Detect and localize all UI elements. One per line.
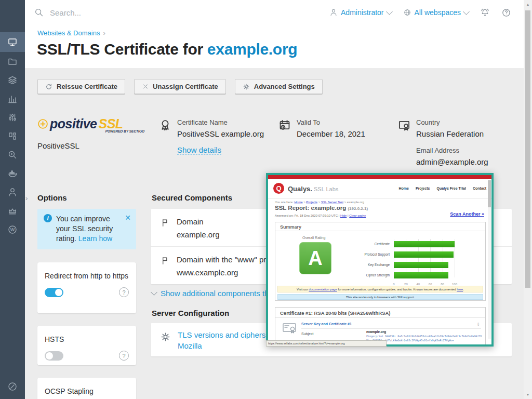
sidebar-item-docker[interactable] [0,164,25,183]
bar-chart-icon [7,94,18,104]
nav-projects[interactable]: Projects [416,187,430,190]
crown-icon [7,206,18,216]
page-scrollbar[interactable]: ▲ ▼ [524,0,532,399]
divider [301,328,481,329]
scroll-down-arrow[interactable]: ▼ [524,393,532,396]
sidebar-item-feedback[interactable] [0,377,25,396]
hsts-label: HSTS [45,334,129,344]
refresh-icon [45,83,52,90]
scan-another-link[interactable]: Scan Another » [450,211,484,217]
folder-icon [7,56,18,66]
bar-protocol-support [394,251,454,258]
overlay-scrollbar-thumb[interactable] [488,180,491,207]
notifications-bell-icon[interactable] [480,8,490,18]
help-circle-icon[interactable]: ? [119,351,129,361]
user-icon [7,187,18,197]
secured-components-heading: Secured Components [152,193,232,202]
qualys-brand: Qualys.SSL Labs [288,185,338,193]
fingerprint-sha256: Fingerprint SHA256: 8a7c3e91f0b2d4655dce… [366,335,482,338]
globe-icon [403,8,411,17]
advanced-settings-button[interactable]: Advanced Settings [235,79,323,94]
qualys-breadcrumb: You are here: Home > Projects > SSL Serv… [275,201,364,204]
show-details-link[interactable]: Show details [177,145,221,155]
nav-home[interactable]: Home [398,187,408,190]
country-value: Russian Federation [416,129,509,138]
clear-cache-link[interactable]: Clear cache [349,214,366,217]
redirect-https-toggle[interactable] [45,288,63,297]
bar-key-exchange [394,262,448,268]
help-icon[interactable] [501,8,511,18]
seo-search-icon [7,150,18,160]
ocsp-stapling-label: OCSP Stapling [45,386,129,396]
page-scrollbar-thumb[interactable] [525,10,530,288]
qualys-page: Q Qualys.SSL Labs Home Projects Qualys F… [268,175,491,344]
svg-text:W: W [10,227,15,232]
download-icon[interactable]: ⇩ [476,322,480,327]
breadcrumb[interactable]: Websites & Domains› [37,29,105,37]
crumb-ssltest-link[interactable]: SSL Server Test [321,201,343,204]
search-input[interactable] [49,8,207,18]
learn-how-link[interactable]: Learn how [78,234,112,243]
redirect-https-label: Redirect from http to https [45,271,129,281]
webspaces-menu[interactable]: All webspaces [403,8,469,17]
nav-contact[interactable]: Contact [473,187,486,190]
certificate-icon [397,118,411,132]
nav-free-trial[interactable]: Qualys Free Trial [437,187,466,190]
plus-circle-icon [37,118,48,129]
alert-close-icon[interactable]: ✕ [125,214,131,244]
known-issues-link[interactable]: here [457,288,463,291]
hide-link[interactable]: Hide [340,214,347,217]
ssl-rating-alert: i You can improve your SSL security rati… [37,209,136,249]
sidebar-expander[interactable]: › [25,194,28,202]
sliders-icon [7,112,18,123]
documentation-link[interactable]: documentation page [309,288,337,291]
options-heading: Options [37,193,67,202]
layers-icon [7,75,18,85]
crumb-projects-link[interactable]: Projects [306,201,317,204]
server-key-certificate-title[interactable]: Server Key and Certificate #1 [301,322,352,326]
scroll-up-arrow[interactable]: ▲ [524,3,532,6]
sidebar-item-users[interactable] [0,183,25,202]
sidebar: W [0,0,25,399]
search-box[interactable] [25,8,329,18]
sidebar-item-databases[interactable] [0,71,25,89]
gear-icon [243,83,250,90]
administrator-menu[interactable]: Administrator [329,8,391,17]
help-circle-icon[interactable]: ? [119,287,129,297]
hsts-toggle[interactable] [45,351,63,361]
sni-note: This site works only in browsers with SN… [277,294,483,300]
gear-icon [160,331,171,342]
qualys-ssl-labs-window: Q Qualys.SSL Labs Home Projects Qualys F… [266,173,494,347]
wordpress-icon: W [7,224,18,235]
valid-to-block: Valid To December 18, 2021 [278,118,390,138]
chevron-down-icon [386,8,393,15]
docker-icon [7,168,18,179]
sidebar-item-statistics[interactable] [0,89,25,108]
breadcrumb-link[interactable]: Websites & Domains [37,29,100,37]
redirect-https-card: Redirect from http to https ? [37,262,136,313]
ssl-report-title: SSL Report: example.org (192.0.2.1) [275,205,368,211]
sidebar-item-websites-domains[interactable] [0,32,25,52]
unassign-certificate-button[interactable]: Unassign Certificate [134,79,226,94]
sidebar-item-tools-settings[interactable] [0,108,25,127]
crumb-home-link[interactable]: Home [294,201,302,204]
ocsp-stapling-card: OCSP Stapling [37,378,136,399]
bar-certificate [394,241,455,247]
page-title: SSL/TLS Certificate for example.org [37,41,297,58]
qualys-nav: Home Projects Qualys Free Trial Contact [398,187,486,190]
sidebar-item-seo-toolkit[interactable] [0,145,25,164]
toolbar: Reissue Certificate Unassign Certificate… [37,79,323,94]
qualys-logo-icon: Q [273,183,284,194]
reissue-certificate-button[interactable]: Reissue Certificate [37,79,125,94]
sidebar-item-wordpress[interactable]: W [0,220,25,239]
page-header: Websites & Domains› SSL/TLS Certificate … [25,25,524,68]
sidebar-item-files[interactable] [0,52,25,71]
rosette-icon [158,118,172,132]
sidebar-item-extensions[interactable] [0,127,25,145]
ssl-labs-label: SSL Labs [314,186,338,192]
link-preview-statusbar: https://www.ssllabs.com/ssltest/analyze.… [266,340,387,347]
sidebar-item-plesk-premium[interactable] [0,202,25,220]
overlay-scrollbar[interactable] [488,180,491,339]
alert-text: You can improve your SSL security rating… [56,214,121,244]
certificate-icon [283,323,296,334]
